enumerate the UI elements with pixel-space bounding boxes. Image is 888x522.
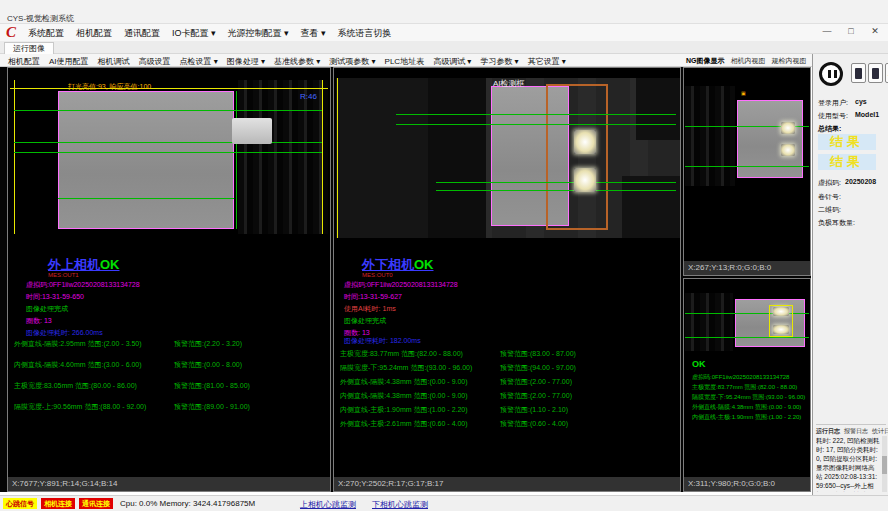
minimize-icon[interactable]: — [820,26,834,36]
menu-system-config[interactable]: 系统配置 [28,27,64,40]
connector-part [232,118,272,144]
heartbeat-status-badge: 心跳信号 [3,498,37,509]
virtual-code: 虚拟码:0FF1iiw20250208133134728 [344,280,458,290]
log-scrollbar[interactable] [882,436,887,492]
measurement-text: 内侧直线-隔膜:4.38mm 范围:(0.00 - 9.00) [340,392,468,399]
toolbar: 相机配置 AI使用配置 相机调试 高级设置 点检设置 ▾ 图像处理 ▾ 基准线参… [0,54,888,67]
right-panel: ← 登录用户: cys 使用型号: Model1 总结果: 结果 结果 虚拟码:… [812,54,888,495]
model-value[interactable]: Model1 [855,111,879,118]
warning-range-text: 预警范围:(81.00 - 85.00) [174,381,250,391]
camera-view-lower[interactable]: AI检测框 外下相机OK MES:OUT0 虚拟码:0FF1iiw2025020… [333,67,681,492]
tool-ai-config[interactable]: AI使用配置 [49,56,89,67]
capture-time: 时间:13-31-59-650 [26,292,84,302]
camera-image-lower[interactable]: AI检测框 [336,78,680,238]
thumb-image-2[interactable] [685,293,809,351]
menu-camera-config[interactable]: 相机配置 [76,27,112,40]
tab-run-image[interactable]: 运行图像 [4,42,54,54]
measurement-text: 外侧直线-主极:2.61mm 范围:(0.60 - 4.00) [340,420,468,427]
thumb-line: 虚拟码:0FF1iiw20250208133134728 [692,373,789,382]
log-tab-run[interactable]: 运行日志 [816,427,840,436]
tab-glow-1 [574,130,596,154]
lower-camera-heartbeat-link[interactable]: 下相机心跳监测 [372,499,428,510]
pixel-coordinate-bar: X:270;Y:2502;R:17;G:17;B:17 [334,477,680,491]
pause-icon [834,70,837,78]
warning-range-text: 预警范围:(2.00 - 77.00) [500,377,572,387]
thumb-view-1[interactable]: ▣ X:267;Y:13;R:0;G:0;B:0 [683,67,811,276]
thumb-view-2[interactable]: OK 虚拟码:0FF1iiw20250208133134728 主极宽度:83.… [683,278,811,492]
pixel-coordinate-bar: X:7677;Y:891;R:14;G:14;B:14 [8,477,330,491]
thumb-tab-inspect-view[interactable]: 规检内视图 [772,56,807,66]
maximize-icon[interactable]: □ [844,26,858,36]
tool-spotcheck-settings[interactable]: 点检设置 ▾ [180,56,218,67]
camera-link-status-badge: 相机连接 [41,498,75,509]
tool-camera-config[interactable]: 相机配置 [8,56,40,67]
camera-1-button[interactable] [851,63,866,83]
window-title: CYS-视觉检测系统 [7,13,74,24]
measurement-text: 隔膜宽度-上:90.56mm 范围:(88.00 - 92.00) [14,403,146,410]
result-ok-badge: OK [100,257,120,272]
ai-detect-label: AI检测框 [493,78,525,89]
menu-io-config[interactable]: IO卡配置 ▾ [172,27,216,40]
vcode-value: 20250208 [845,178,876,185]
tab-count-label: 负极耳数量: [818,218,855,228]
login-user-label: 登录用户: [818,98,848,108]
log-tab-strip: 运行日志 报警日志 统计日志 [816,424,886,436]
warning-range-text: 预警范围:(0.60 - 4.00) [500,419,568,429]
tool-plc-address[interactable]: PLC地址表 [385,56,425,67]
camera-image-upper[interactable]: 打光亮值:93, 响应亮值:100 R:46 [10,80,328,234]
measurement-text: 主极宽度:83.05mm 范围:(80.00 - 86.00) [14,382,137,389]
warning-range-text: 预警范围:(0.00 - 8.00) [174,360,242,370]
menu-comm-config[interactable]: 通讯配置 [124,27,160,40]
tool-advanced-settings[interactable]: 高级设置 [139,56,171,67]
process-elapsed: 图像处理耗时: 182.00ms [344,336,421,346]
virtual-code: 虚拟码:0FF1iiw20250208133134728 [26,280,140,290]
tool-image-processing[interactable]: 图像处理 ▾ [227,56,265,67]
comm-link-status-badge: 通讯连接 [79,498,113,509]
pause-icon [828,70,831,78]
log-scrollbar-thumb[interactable] [882,456,887,474]
main-area: 打光亮值:93, 响应亮值:100 R:46 外上相机OK MES:OUT1 虚… [0,67,811,492]
upper-camera-heartbeat-link[interactable]: 上相机心跳监测 [300,499,356,510]
thumb-tab-ng-display[interactable]: NG图像显示 [686,56,725,66]
thumb-line: 外侧直线-隔膜:4.38mm 范围:(0.00 - 9.00) [692,403,801,412]
brightness-overlay-label: 打光亮值:93, 响应亮值:100 [68,82,151,92]
thumb-image-1[interactable]: ▣ [685,86,809,186]
ai-detect-box [546,84,608,230]
log-tab-stats[interactable]: 统计日志 [872,427,888,436]
pause-button[interactable] [819,62,843,86]
close-icon[interactable]: ✕ [868,26,882,36]
capture-time: 时间:13-31-59-627 [344,292,402,302]
measurement-text: 外侧直线-隔膜:2.95mm 范围:(2.00 - 3.50) [14,340,142,347]
log-tab-alarm[interactable]: 报警日志 [844,427,868,436]
measurement-text: 隔膜宽度-下:95.24mm 范围:(93.00 - 96.00) [340,364,472,371]
total-result-label: 总结果: [818,124,841,134]
measurement-row: 隔膜宽度-上:90.56mm 范围:(88.00 - 92.00) 预警范围:(… [14,402,328,412]
menu-language-switch[interactable]: 系统语言切换 [338,27,392,40]
tab-glow-2 [574,168,596,192]
camera-2-icon [872,68,879,79]
camera-2-button[interactable] [868,63,883,83]
tool-learn-params[interactable]: 学习参数 ▾ [480,56,518,67]
measurement-text: 主极宽度:83.77mm 范围:(82.00 - 88.00) [340,350,463,357]
camera-view-upper[interactable]: 打光亮值:93, 响应亮值:100 R:46 外上相机OK MES:OUT1 虚… [7,67,331,492]
measurement-row: 内侧直线-隔膜:4.60mm 范围:(3.00 - 6.00) 预警范围:(0.… [14,360,328,370]
tool-advanced-debug[interactable]: 高级调试 ▾ [433,56,471,67]
warning-range-text: 预警范围:(2.00 - 77.00) [500,391,572,401]
vcode-label: 虚拟码: [818,178,841,188]
tool-test-params[interactable]: 测试项参数 ▾ [329,56,375,67]
thumb-tab-camera-view[interactable]: 相机内视图 [731,56,766,66]
menu-light-config[interactable]: 光源控制配置 ▾ [228,27,289,40]
measurement-text: 内侧直线-隔膜:4.60mm 范围:(3.00 - 6.00) [14,361,142,368]
measurement-row: 主极宽度:83.77mm 范围:(82.00 - 88.00) 预警范围:(83… [340,349,678,359]
tool-other-settings[interactable]: 其它设置 ▾ [528,56,566,67]
measurement-text: 内侧直线-主极:1.90mm 范围:(1.00 - 2.20) [340,406,468,413]
measurement-row: 外侧直线-主极:2.61mm 范围:(0.60 - 4.00) 预警范围:(0.… [340,419,678,429]
pin-number-label: 卷针号: [818,192,841,202]
menu-view[interactable]: 查看 ▾ [301,27,326,40]
measurement-row: 外侧直线-隔膜:4.38mm 范围:(0.00 - 9.00) 预警范围:(2.… [340,377,678,387]
tool-baseline-params[interactable]: 基准线参数 ▾ [274,56,320,67]
process-elapsed: 图像处理耗时: 266.00ms [26,328,103,338]
tool-camera-debug[interactable]: 相机调试 [98,56,130,67]
mes-status: MES:OUT1 [48,272,79,278]
run-log-text: 耗时: 222, 凹陷检测耗时: 17, 凹陷分类耗时: 0, 凹陷提取分区耗时… [816,436,880,492]
